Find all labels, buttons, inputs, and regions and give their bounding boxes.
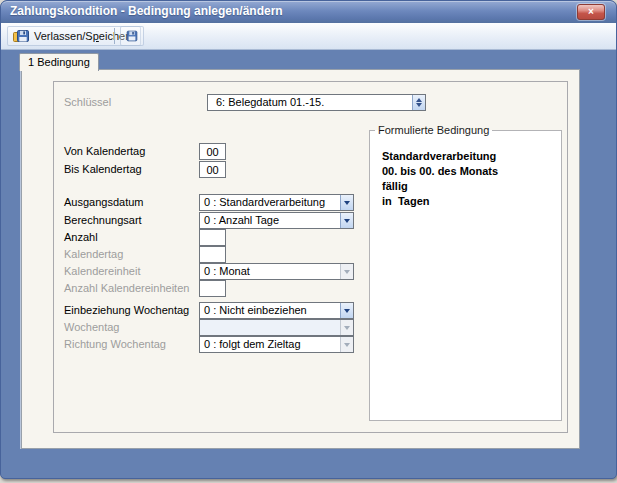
toolbar: Verlassen/Speichern bbox=[1, 23, 616, 50]
chevron-down-icon bbox=[340, 337, 353, 352]
field-label-richtung-wochentag: Richtung Wochentag bbox=[64, 338, 166, 350]
chevron-down-icon[interactable] bbox=[340, 303, 353, 318]
close-button[interactable]: × bbox=[577, 4, 605, 20]
kalendereinheit-dropdown: 0 : Monat bbox=[199, 263, 354, 280]
von-kalendertag-input[interactable] bbox=[199, 143, 226, 160]
ausgangsdatum-dropdown[interactable]: 0 : Standardverarbeitung bbox=[199, 194, 354, 211]
einbeziehung-wochentag-dropdown[interactable]: 0 : Nicht einbeziehen bbox=[199, 302, 354, 319]
chevron-down-icon[interactable] bbox=[340, 213, 353, 228]
condition-line: in Tagen bbox=[382, 195, 429, 207]
chevron-down-icon bbox=[340, 264, 353, 279]
schluessel-value: 6: Belegdatum 01.-15. bbox=[216, 96, 324, 108]
anzahl-input[interactable] bbox=[199, 229, 226, 246]
formulated-condition-title: Formulierte Bedingung bbox=[375, 124, 492, 136]
field-label-wochentag: Wochentag bbox=[64, 321, 119, 333]
einbeziehung-wochentag-value: 0 : Nicht einbeziehen bbox=[204, 304, 307, 316]
richtung-wochentag-value: 0 : folgt dem Zieltag bbox=[204, 338, 301, 350]
bis-kalendertag-input[interactable] bbox=[199, 161, 226, 178]
title-bar[interactable]: Zahlungskondition - Bedingung anlegen/än… bbox=[1, 1, 616, 23]
condition-line: fällig bbox=[382, 180, 408, 192]
schluessel-combobox[interactable]: 6: Belegdatum 01.-15. bbox=[207, 94, 426, 111]
chevron-down-icon bbox=[340, 320, 353, 335]
field-label-bis-kalendertag: Bis Kalendertag bbox=[64, 163, 142, 175]
condition-line: Standardverarbeitung bbox=[382, 150, 496, 162]
field-label-einbeziehung-wochentag: Einbeziehung Wochentag bbox=[64, 304, 189, 316]
chevron-down-icon[interactable] bbox=[340, 195, 353, 210]
toolbar-separator bbox=[114, 28, 115, 44]
formulated-condition-groupbox: Formulierte Bedingung Standardverarbeitu… bbox=[369, 130, 562, 421]
field-label-kalendereinheit: Kalendereinheit bbox=[64, 265, 140, 277]
close-icon: × bbox=[588, 6, 594, 17]
kalendertag-input bbox=[199, 246, 226, 263]
dialog-window: Zahlungskondition - Bedingung anlegen/än… bbox=[0, 0, 617, 479]
field-row-schluessel: Schlüssel 6: Belegdatum 01.-15. bbox=[54, 94, 567, 111]
field-label-anzahl: Anzahl bbox=[64, 231, 98, 243]
anzahl-kalendereinheiten-input bbox=[199, 280, 226, 297]
save-button[interactable] bbox=[120, 26, 144, 46]
richtung-wochentag-dropdown: 0 : folgt dem Zieltag bbox=[199, 336, 354, 353]
tab-page: Schlüssel 6: Belegdatum 01.-15. Von Kale… bbox=[21, 69, 580, 449]
berechnungsart-value: 0 : Anzahl Tage bbox=[204, 214, 279, 226]
kalendereinheit-value: 0 : Monat bbox=[204, 265, 250, 277]
tab-bedingung[interactable]: 1 Bedingung bbox=[19, 53, 99, 71]
field-label-kalendertag: Kalendertag bbox=[64, 248, 123, 260]
field-label-berechnungsart: Berechnungsart bbox=[64, 214, 142, 226]
spinner-updown-icon[interactable] bbox=[412, 95, 425, 110]
tab-label: 1 Bedingung bbox=[28, 56, 90, 68]
field-label-ausgangsdatum: Ausgangsdatum bbox=[64, 196, 144, 208]
field-label-anzahl-kalendereinheiten: Anzahl Kalendereinheiten bbox=[64, 282, 189, 294]
field-label-von-kalendertag: Von Kalendertag bbox=[64, 145, 145, 157]
ausgangsdatum-value: 0 : Standardverarbeitung bbox=[204, 196, 325, 208]
berechnungsart-dropdown[interactable]: 0 : Anzahl Tage bbox=[199, 212, 354, 229]
condition-line: 00. bis 00. des Monats bbox=[382, 165, 498, 177]
wochentag-dropdown bbox=[199, 319, 354, 336]
exit-save-icon bbox=[13, 28, 29, 44]
save-disk-icon bbox=[126, 28, 138, 44]
window-title: Zahlungskondition - Bedingung anlegen/än… bbox=[10, 4, 283, 18]
form-panel: Schlüssel 6: Belegdatum 01.-15. Von Kale… bbox=[53, 81, 568, 433]
field-label-schluessel: Schlüssel bbox=[64, 96, 111, 108]
